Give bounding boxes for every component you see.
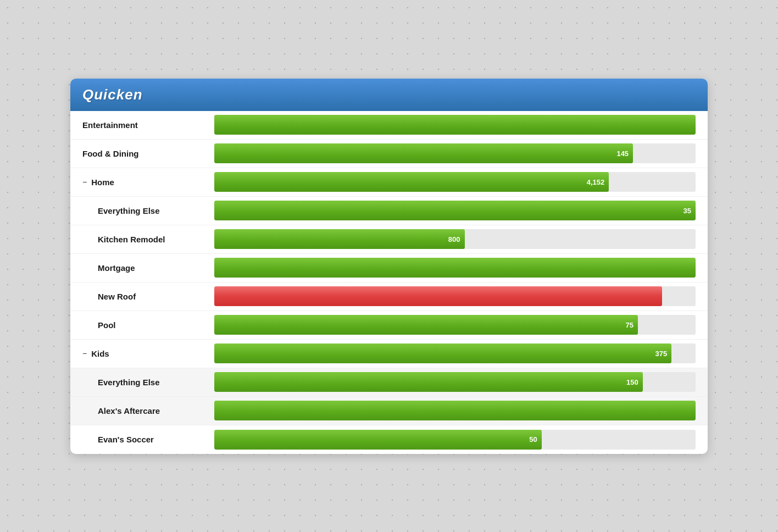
row-label-kids-everything: Everything Else — [82, 378, 214, 387]
bar-home-everything: 35 — [214, 201, 696, 220]
table-row: Mortgage — [70, 254, 708, 282]
bar-container-home: 4,152 — [214, 172, 696, 192]
bar-container-evans-soccer: 50 — [214, 430, 696, 450]
card-header: Quicken — [70, 79, 708, 111]
table-row: Everything Else150 — [70, 368, 708, 397]
label-text-new-roof: New Roof — [98, 292, 136, 301]
bar-container-alexs-aftercare — [214, 401, 696, 420]
row-label-new-roof: New Roof — [82, 292, 214, 301]
label-text-kids: Kids — [91, 349, 109, 358]
label-text-kids-everything: Everything Else — [98, 378, 160, 387]
bar-container-entertainment — [214, 115, 696, 135]
bar-kitchen-remodel: 800 — [214, 229, 465, 249]
bar-container-mortgage — [214, 258, 696, 278]
label-text-food-dining: Food & Dining — [82, 149, 138, 158]
table-row: New Roof — [70, 282, 708, 311]
card-body: EntertainmentFood & Dining145−Home4,152E… — [70, 111, 708, 454]
toggle-icon-home[interactable]: − — [82, 178, 87, 186]
toggle-icon-kids[interactable]: − — [82, 349, 87, 358]
label-text-home: Home — [91, 178, 114, 187]
row-label-pool: Pool — [82, 320, 214, 330]
label-text-pool: Pool — [98, 320, 116, 330]
bar-value-kids: 375 — [655, 350, 667, 358]
bar-evans-soccer: 50 — [214, 430, 542, 450]
bar-value-evans-soccer: 50 — [529, 435, 537, 444]
bar-container-pool: 75 — [214, 315, 696, 335]
table-row: Pool75 — [70, 311, 708, 340]
bar-value-pool: 75 — [625, 321, 633, 329]
bar-home: 4,152 — [214, 172, 609, 192]
table-row: Alex's Aftercare — [70, 397, 708, 425]
app-logo: Quicken — [82, 86, 696, 103]
label-text-kitchen-remodel: Kitchen Remodel — [98, 235, 165, 244]
table-row: −Kids375 — [70, 340, 708, 368]
table-row: Everything Else35 — [70, 197, 708, 225]
row-label-home: −Home — [82, 178, 214, 187]
bar-entertainment — [214, 115, 696, 135]
bar-container-food-dining: 145 — [214, 143, 696, 163]
bar-container-new-roof — [214, 286, 696, 306]
label-text-entertainment: Entertainment — [82, 120, 138, 130]
bar-new-roof — [214, 286, 662, 306]
table-row: Food & Dining145 — [70, 140, 708, 168]
row-label-home-everything: Everything Else — [82, 206, 214, 215]
bar-value-home-everything: 35 — [683, 207, 691, 215]
bar-container-home-everything: 35 — [214, 201, 696, 220]
row-label-alexs-aftercare: Alex's Aftercare — [82, 406, 214, 415]
bar-value-kids-everything: 150 — [626, 378, 638, 386]
quicken-card: Quicken EntertainmentFood & Dining145−Ho… — [70, 79, 708, 454]
bar-container-kitchen-remodel: 800 — [214, 229, 696, 249]
bar-container-kids-everything: 150 — [214, 372, 696, 392]
bar-kids: 375 — [214, 343, 671, 363]
label-text-alexs-aftercare: Alex's Aftercare — [98, 406, 160, 415]
label-text-mortgage: Mortgage — [98, 263, 135, 273]
table-row: −Home4,152 — [70, 168, 708, 197]
bar-value-food-dining: 145 — [616, 149, 629, 158]
bar-value-kitchen-remodel: 800 — [448, 235, 460, 243]
table-row: Entertainment — [70, 111, 708, 140]
table-row: Kitchen Remodel800 — [70, 225, 708, 254]
bar-kids-everything: 150 — [214, 372, 643, 392]
row-label-kids: −Kids — [82, 349, 214, 358]
bar-value-home: 4,152 — [587, 178, 605, 186]
label-text-home-everything: Everything Else — [98, 206, 160, 215]
bar-pool: 75 — [214, 315, 638, 335]
row-label-entertainment: Entertainment — [82, 120, 214, 130]
label-text-evans-soccer: Evan's Soccer — [98, 435, 154, 444]
row-label-kitchen-remodel: Kitchen Remodel — [82, 235, 214, 244]
table-row: Evan's Soccer50 — [70, 425, 708, 454]
row-label-evans-soccer: Evan's Soccer — [82, 435, 214, 444]
row-label-mortgage: Mortgage — [82, 263, 214, 273]
bar-alexs-aftercare — [214, 401, 696, 420]
bar-container-kids: 375 — [214, 343, 696, 363]
bar-mortgage — [214, 258, 696, 278]
bar-food-dining: 145 — [214, 143, 633, 163]
row-label-food-dining: Food & Dining — [82, 149, 214, 158]
